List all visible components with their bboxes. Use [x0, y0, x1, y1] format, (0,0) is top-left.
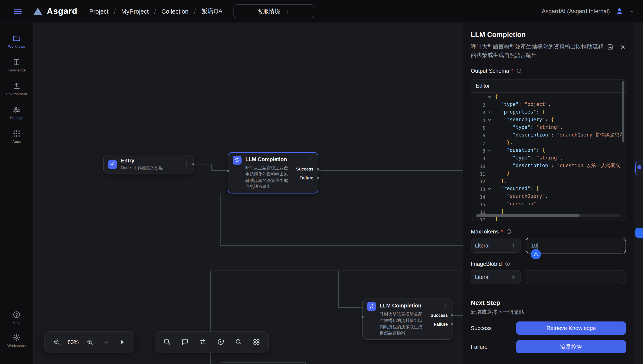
info-icon[interactable]	[516, 68, 522, 74]
sidebar-item-label: Workflows	[8, 44, 25, 48]
value-mode-select[interactable]: Literal	[471, 238, 520, 252]
editor-vertical-scrollbar[interactable]	[622, 81, 624, 142]
node-entry[interactable]: Entry Node: 工作流程的起點 ⋮	[103, 155, 194, 174]
node-subtitle: Node: 工作流程的起點	[121, 165, 180, 171]
fold-chevron-icon[interactable]	[486, 108, 493, 116]
next-step-button[interactable]: Retrieve Knowledge	[516, 322, 626, 335]
sidebar-item-environment[interactable]: Environment	[0, 82, 33, 96]
breadcrumb-item[interactable]: Project	[89, 8, 108, 15]
output-port[interactable]	[192, 163, 194, 166]
line-number: 16	[471, 208, 486, 215]
sidebar-item-apps[interactable]: Apps	[0, 129, 33, 144]
failure-port[interactable]	[451, 323, 453, 325]
success-port[interactable]	[451, 314, 453, 316]
code-text: "type": "string",	[493, 154, 563, 162]
line-number: 7	[471, 139, 486, 146]
breadcrumb-item[interactable]: Collection	[162, 8, 188, 15]
add-node-icon[interactable]	[161, 336, 173, 348]
edge-node-fragment-blue[interactable]	[635, 228, 643, 238]
failure-port[interactable]	[317, 177, 319, 179]
fold-chevron-icon[interactable]	[486, 116, 493, 123]
node-menu-button[interactable]: ⋮	[442, 302, 448, 308]
node-llm-completion-2[interactable]: LLM Completion ⋮ 呼叫大型語言模型並產生結構化的資料輸出以輔助流…	[362, 298, 452, 340]
line-number: 2	[471, 100, 486, 108]
editor-horizontal-scrollbar[interactable]	[476, 214, 580, 217]
llm-node-icon	[367, 302, 376, 311]
swap-direction-icon[interactable]	[197, 336, 209, 348]
breadcrumb-item[interactable]: MyProject	[121, 8, 149, 15]
settings-icon	[12, 106, 21, 114]
logo-triangle-icon	[33, 8, 42, 15]
field-controls: Literal10	[471, 238, 626, 254]
maxtokens-input[interactable]: 10	[526, 238, 626, 254]
code-text: {	[493, 93, 498, 100]
line-number: 9	[471, 154, 486, 162]
node-title: LLM Completion	[246, 156, 304, 163]
fold-chevron-icon[interactable]	[486, 184, 493, 192]
save-icon[interactable]	[607, 43, 614, 50]
zoom-out-icon[interactable]	[50, 336, 62, 348]
field-name: ImageBlobId	[471, 261, 502, 267]
code-text: },	[493, 177, 507, 184]
node-menu-button[interactable]: ⋮	[308, 156, 314, 162]
fold-spacer	[486, 177, 493, 184]
search-icon[interactable]	[232, 336, 244, 348]
line-number: 15	[471, 200, 486, 208]
sidebar-item-knowledge[interactable]: Knowledge	[0, 58, 33, 72]
next-step-button[interactable]: 流量控管	[516, 340, 626, 353]
close-icon[interactable]: ×	[621, 44, 625, 50]
sidebar-item-help[interactable]: Help	[0, 310, 33, 325]
knowledge-icon	[12, 58, 21, 66]
breadcrumb-separator: /	[194, 8, 196, 15]
user-avatar-icon[interactable]	[615, 7, 624, 16]
code-text: "searchQuery": {	[493, 116, 554, 123]
sidebar-item-label: Knowledge	[8, 68, 26, 72]
edge-node-fragment[interactable]	[635, 162, 643, 175]
node-menu-button[interactable]: ⋮	[183, 162, 189, 167]
expand-icon[interactable]	[615, 83, 621, 89]
sidebar-item-workspace[interactable]: Workspace	[0, 334, 33, 348]
sidebar-top: WorkflowsKnowledgeEnvironmentSettingsApp…	[0, 34, 33, 144]
zoom-in-icon[interactable]	[84, 336, 96, 348]
breadcrumb: Project/MyProject/Collection/飯店QA	[89, 7, 223, 15]
apps-icon	[12, 129, 21, 138]
editor-line: 14 "searchQuery",	[471, 192, 626, 200]
code-text: },	[493, 139, 513, 146]
info-icon[interactable]	[506, 229, 512, 234]
node-header: LLM Completion ⋮	[228, 153, 318, 164]
success-port[interactable]	[317, 168, 319, 170]
input-port[interactable]	[362, 316, 364, 318]
inspector-fields: MaxTokens*Literal10ImageBlobIdLiteral	[471, 228, 626, 284]
chevron-down-icon[interactable]	[629, 8, 634, 14]
node-description: 呼叫大型語言模型並產生結構化的資料輸出以輔助流程的決策或生成自然語言輸出	[246, 165, 290, 190]
sidebar-item-settings[interactable]: Settings	[0, 106, 33, 120]
field-name: MaxTokens	[471, 228, 499, 235]
auto-layout-icon[interactable]	[250, 336, 262, 348]
panel-title: LLM Completion	[471, 30, 596, 39]
entry-node-icon	[108, 160, 117, 169]
node-header: LLM Completion ⋮	[363, 299, 452, 311]
imageblobid-input[interactable]	[526, 270, 626, 284]
zoom-level[interactable]: 83%	[67, 339, 80, 345]
insert-variable-button[interactable]	[531, 249, 541, 260]
add-icon[interactable]	[100, 336, 112, 348]
input-port[interactable]	[227, 170, 229, 172]
info-icon[interactable]	[505, 261, 510, 266]
comment-icon[interactable]	[179, 336, 191, 348]
app-logo[interactable]: Asgard	[33, 6, 78, 16]
environment-icon	[12, 82, 21, 90]
fold-chevron-icon[interactable]	[486, 146, 493, 154]
fold-chevron-icon[interactable]	[486, 93, 493, 100]
hamburger-menu-icon[interactable]	[13, 6, 23, 16]
run-workflow-icon[interactable]	[116, 336, 128, 348]
node-llm-completion-1[interactable]: LLM Completion ⋮ 呼叫大型語言模型並產生結構化的資料輸出以輔助流…	[228, 152, 318, 194]
sidebar-item-workflows[interactable]: Workflows	[0, 34, 33, 48]
environment-selector-value: 客服情境	[257, 8, 280, 15]
breadcrumb-item[interactable]: 飯店QA	[201, 7, 223, 15]
recenter-icon[interactable]	[215, 336, 227, 348]
value-mode-select[interactable]: Literal	[471, 270, 520, 284]
code-text: ]	[493, 208, 504, 215]
editor-code[interactable]: 1{2 "type": "object",3 "properties": {4 …	[471, 93, 626, 221]
node-title: LLM Completion	[380, 303, 438, 309]
environment-selector[interactable]: 客服情境	[234, 4, 314, 18]
